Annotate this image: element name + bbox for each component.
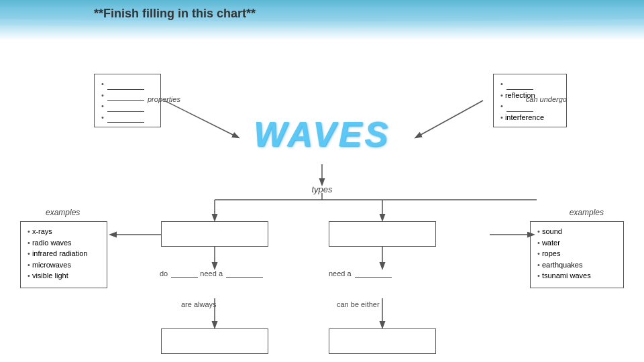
are-always-label: are always xyxy=(181,300,217,308)
right-example-item-2: water xyxy=(537,237,616,249)
examples-label-left: examples xyxy=(46,208,80,217)
diagram-area: properties reflection interference can u… xyxy=(0,34,644,362)
types-label: types xyxy=(311,184,332,194)
can-undergo-item-4: interference xyxy=(500,112,559,123)
do-need-label: do need a xyxy=(160,269,263,278)
waves-title: WAVES xyxy=(254,114,390,154)
right-example-list: sound water ropes earthquakes tsunami wa… xyxy=(535,225,619,283)
can-be-either-label: can be either xyxy=(337,300,380,308)
properties-label: properties xyxy=(148,95,180,103)
page-title: **Finish filling in this chart** xyxy=(94,7,256,21)
right-example-item-5: tsunami waves xyxy=(537,270,616,282)
bottom-left-box xyxy=(161,328,268,354)
mid-left-type-box xyxy=(161,221,268,247)
examples-label-right: examples xyxy=(570,208,604,217)
properties-item-3 xyxy=(101,101,154,112)
left-example-item-3: infrared radiation xyxy=(28,248,100,259)
properties-item-1 xyxy=(101,78,154,90)
svg-line-3 xyxy=(416,101,483,137)
left-example-item-5: visible light xyxy=(28,270,100,282)
right-example-item-3: ropes xyxy=(537,248,616,259)
left-example-box: x-rays radio waves infrared radiation mi… xyxy=(20,221,107,288)
properties-item-4 xyxy=(101,112,154,123)
right-example-item-4: earthquakes xyxy=(537,259,616,271)
right-example-item-1: sound xyxy=(537,226,616,237)
left-example-item-1: x-rays xyxy=(28,226,100,237)
right-example-box: sound water ropes earthquakes tsunami wa… xyxy=(530,221,624,288)
need-a-label: need a xyxy=(329,269,392,278)
left-example-list: x-rays radio waves infrared radiation mi… xyxy=(25,225,103,283)
can-undergo-label: can undergo xyxy=(526,95,567,103)
bottom-right-box xyxy=(329,328,436,354)
svg-line-2 xyxy=(164,101,238,137)
mid-right-type-box xyxy=(329,221,436,247)
left-example-item-2: radio waves xyxy=(28,237,100,249)
left-example-item-4: microwaves xyxy=(28,259,100,271)
properties-item-2 xyxy=(101,90,154,101)
can-undergo-item-1 xyxy=(500,78,559,90)
